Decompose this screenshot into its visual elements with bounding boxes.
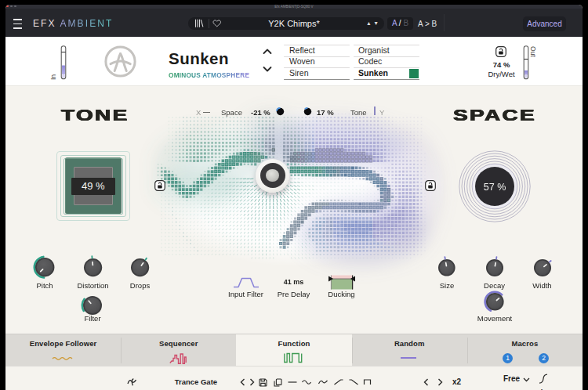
- svg-text:57 %: 57 %: [484, 182, 506, 193]
